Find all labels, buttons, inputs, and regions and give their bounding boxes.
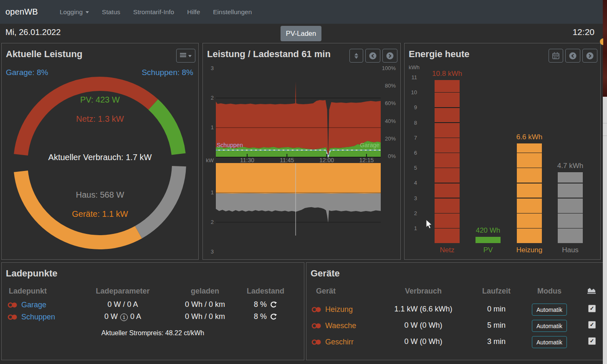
automatik-button[interactable]: Automatik <box>532 320 567 332</box>
chevron-right-circle-icon <box>586 52 594 60</box>
chevron-down-icon <box>86 11 89 13</box>
chargepoint-parameters: 0 W / 0 A <box>64 300 181 309</box>
automatik-button[interactable]: Automatik <box>532 304 567 316</box>
energy-y-tick: 6 <box>409 150 417 156</box>
chargepoint-parameters: 0 W10 A <box>64 312 181 321</box>
background-window-edge <box>603 0 607 364</box>
openwb-dashboard: openWB LoggingStatusStromtarif-InfoHilfe… <box>0 0 607 364</box>
energy-y-tick: 7 <box>409 135 417 141</box>
device-chart-checkbox[interactable]: ✓ <box>588 305 596 312</box>
electricity-price-label: Aktueller Strompreis: 48.22 ct/kWh <box>2 329 304 337</box>
devices-panel: Geräte GerätVerbrauchLaufzeitModusHeizun… <box>306 262 606 360</box>
lp-header-1: Ladeparameter <box>64 287 181 296</box>
nav-item-einstellungen[interactable]: Einstellungen <box>213 8 252 16</box>
axis-tick: 11:30 <box>240 157 254 163</box>
nav-item-stromtarifinfo[interactable]: Stromtarif-Info <box>133 8 174 16</box>
energy-y-tick: 3 <box>409 195 417 201</box>
lp-header-0: Ladepunkt <box>9 287 47 296</box>
lp-header-2: geladen <box>172 287 238 296</box>
chargepoint-charged: 0 Wh / 0 km <box>172 300 238 309</box>
device-name[interactable]: Geschirr <box>311 336 354 348</box>
energy-y-tick: 8 <box>409 120 417 126</box>
axis-tick: 40% <box>385 118 396 124</box>
energy-prev-button[interactable] <box>565 49 580 63</box>
power-gauge <box>2 43 198 259</box>
charge-mode-button[interactable]: PV-Laden <box>281 26 321 41</box>
energy-y-tick: 1 <box>409 225 417 231</box>
energy-bar-category: Haus <box>545 246 595 254</box>
energy-bar-heizung <box>517 143 542 243</box>
chart-area-icon <box>587 287 596 296</box>
mouse-cursor <box>426 219 433 231</box>
chevron-left-circle-icon <box>569 52 577 60</box>
dev-header-2: Laufzeit <box>467 287 526 296</box>
status-bar: Mi, 26.01.2022 PV-Laden 12:20 <box>0 24 603 43</box>
energy-panel: Energie heute kWh 1110987654321 10 <box>404 43 601 260</box>
toggle-off-icon <box>8 314 18 320</box>
chargepoint-soc: 8 % <box>232 300 299 309</box>
device-consumption: 0 W (0 Wh) <box>377 321 469 330</box>
power-history-chart: 321kW123100%80%60%40%20%0%11:3011:4512:0… <box>203 43 400 259</box>
dev-header-3: Modus <box>522 287 577 296</box>
chargepoint-name[interactable]: Schuppen <box>8 311 55 322</box>
current-time: 12:20 <box>572 27 594 37</box>
axis-tick: 80% <box>385 83 396 89</box>
device-runtime: 0 min <box>467 305 526 314</box>
device-runtime: 5 min <box>467 321 526 330</box>
pv-power-label: PV: 423 W <box>2 95 198 105</box>
energy-unit-label: kWh <box>409 64 420 70</box>
nav-item-logging[interactable]: Logging <box>60 8 89 16</box>
toggle-off-icon <box>311 339 321 345</box>
axis-tick: 12:15 <box>359 157 374 163</box>
nav-items: LoggingStatusStromtarif-InfoHilfeEinstel… <box>60 8 252 16</box>
axis-tick: 0% <box>388 153 396 159</box>
garage-series-label: Garage <box>360 142 379 148</box>
energy-bar-value: 4.7 kWh <box>545 162 595 170</box>
device-consumption: 1.1 kW (6.6 kWh) <box>377 305 469 314</box>
axis-tick: 100% <box>382 65 396 71</box>
history-chart-panel: Leistung / Ladestand 61 min 321kW123100%… <box>202 43 401 260</box>
refresh-soc-icon[interactable] <box>270 301 277 309</box>
consumption-label: Aktueller Verbrauch: 1.7 kW <box>2 153 198 162</box>
device-chart-checkbox[interactable]: ✓ <box>588 321 596 329</box>
phase-count-icon: 1 <box>120 314 128 321</box>
schuppen-series-label: Schuppen <box>217 142 243 148</box>
current-date: Mi, 26.01.2022 <box>5 28 61 37</box>
energy-next-button[interactable] <box>582 49 597 63</box>
devices-power-label: Geräte: 1.1 kW <box>2 209 198 219</box>
device-name[interactable]: Heizung <box>311 304 353 315</box>
devices-title: Geräte <box>311 268 340 279</box>
axis-tick: 3 <box>211 65 214 71</box>
toggle-off-icon <box>311 306 321 313</box>
energy-y-tick: 11 <box>409 74 417 80</box>
device-runtime: 3 min <box>467 337 526 346</box>
refresh-soc-icon[interactable] <box>270 313 277 321</box>
nav-item-hilfe[interactable]: Hilfe <box>187 8 200 16</box>
automatik-button[interactable]: Automatik <box>532 336 567 348</box>
chargepoint-charged: 0 Wh / 0 km <box>172 312 238 321</box>
axis-tick: 3 <box>211 249 214 255</box>
calendar-button[interactable] <box>549 49 563 63</box>
house-power-label: Haus: 568 W <box>2 190 198 200</box>
power-panel: Aktuelle Leistung Garage: 8% Schuppen: 8… <box>1 43 199 260</box>
axis-tick: 2 <box>211 95 214 101</box>
axis-tick: 12:00 <box>319 157 334 163</box>
toggle-off-icon <box>311 323 321 329</box>
background-image-fragment <box>603 0 607 97</box>
chargepoint-name[interactable]: Garage <box>8 299 46 310</box>
energy-bar-value: 420 Wh <box>463 226 513 235</box>
device-name[interactable]: Waesche <box>311 320 356 331</box>
energy-bar-value: 10.8 kWh <box>422 70 472 78</box>
device-chart-checkbox[interactable]: ✓ <box>588 337 596 345</box>
dev-header-0: Gerät <box>316 287 336 296</box>
energy-bar-netz <box>435 80 460 243</box>
app-brand[interactable]: openWB <box>5 7 38 17</box>
nav-item-status[interactable]: Status <box>102 8 120 16</box>
axis-tick: 1 <box>211 189 214 196</box>
energy-bar-haus <box>558 172 583 243</box>
axis-tick: 20% <box>385 136 396 142</box>
navbar: openWB LoggingStatusStromtarif-InfoHilfe… <box>0 0 603 24</box>
axis-tick: 2 <box>211 219 214 225</box>
axis-tick: kW <box>206 157 214 163</box>
chargepoints-panel: Ladepunkte LadepunktLadeparametergeladen… <box>1 262 304 360</box>
